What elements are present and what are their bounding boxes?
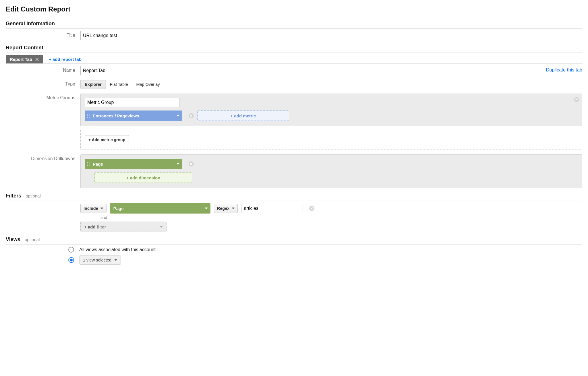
filter-include-label: Include [84, 206, 98, 211]
section-header-views: Views - optional [6, 237, 582, 245]
section-header-general: General Information [6, 21, 582, 29]
filter-and-label: and [100, 215, 582, 220]
views-selected-label: 1 view selected [83, 258, 111, 262]
views-radio-selected[interactable] [68, 257, 74, 263]
metric-pill-label: Entrances / Pageviews [91, 113, 175, 118]
dimension-drilldowns-label: Dimension Drilldowns [6, 154, 80, 161]
report-tabstrip: Report Tab + add report tab [6, 55, 582, 64]
type-map-overlay[interactable]: Map Overlay [132, 80, 164, 89]
filter-remove-icon[interactable] [309, 206, 314, 211]
metric-group-panel: Entrances / Pageviews + add metric [80, 94, 582, 126]
tab-close-icon[interactable] [35, 57, 39, 61]
chevron-down-icon [177, 115, 179, 117]
section-header-content: Report Content [6, 45, 582, 53]
metric-pill-remove-icon[interactable] [189, 113, 194, 118]
chevron-down-icon [177, 163, 179, 165]
metric-groups-label: Metric Groups [6, 94, 80, 100]
views-radio-all-label: All views associated with this account [79, 247, 156, 252]
name-input[interactable] [80, 66, 221, 75]
section-header-views-text: Views [6, 237, 20, 243]
add-report-tab-link[interactable]: + add report tab [49, 57, 82, 62]
add-metric-group-panel: + Add metric group [80, 130, 582, 150]
filter-dimension-label: Page [113, 206, 203, 211]
filter-match-select[interactable]: Regex [214, 204, 238, 213]
add-filter-slot[interactable]: + add filter [80, 222, 167, 232]
chevron-down-icon [100, 208, 103, 209]
add-dimension-slot[interactable]: + add dimension [94, 173, 192, 183]
add-metric-slot[interactable]: + add metric [197, 111, 289, 121]
section-header-filters-text: Filters [6, 193, 21, 199]
metric-group-remove-icon[interactable] [574, 97, 579, 102]
dimension-pill-label: Page [91, 162, 175, 166]
filter-dimension-pill[interactable]: Page [110, 203, 210, 214]
type-flat-table[interactable]: Flat Table [106, 80, 132, 89]
views-radio-all[interactable] [68, 247, 74, 253]
views-optional-label: - optional [22, 237, 40, 242]
page-title: Edit Custom Report [6, 5, 582, 13]
drag-handle-icon[interactable] [86, 162, 91, 166]
views-selected-dropdown[interactable]: 1 view selected [79, 255, 121, 265]
drag-handle-icon[interactable] [86, 114, 91, 118]
tab-report-label: Report Tab [10, 57, 32, 62]
dimension-pill-page[interactable]: Page [85, 159, 182, 169]
type-label: Type [6, 80, 80, 87]
filter-value-input[interactable] [241, 204, 303, 213]
name-label: Name [6, 66, 80, 73]
filter-match-label: Regex [217, 206, 230, 211]
type-button-group: Explorer Flat Table Map Overlay [80, 80, 164, 89]
chevron-down-icon [160, 226, 163, 228]
dimension-pill-remove-icon[interactable] [189, 161, 194, 166]
filters-spacer [6, 203, 80, 205]
add-filter-word: filter [97, 224, 106, 229]
section-header-filters: Filters - optional [6, 193, 582, 201]
add-filter-prefix: + add [84, 224, 97, 229]
add-metric-group-button[interactable]: + Add metric group [85, 135, 129, 144]
title-label: Title [6, 31, 80, 38]
metric-group-name-input[interactable] [85, 98, 179, 107]
section-header-general-text: General Information [6, 21, 55, 27]
filter-include-select[interactable]: Include [80, 204, 107, 213]
section-header-content-text: Report Content [6, 45, 43, 51]
duplicate-tab-link[interactable]: Duplicate this tab [546, 67, 582, 73]
metric-pill-entrances-pageviews[interactable]: Entrances / Pageviews [85, 111, 182, 121]
chevron-down-icon [205, 208, 208, 209]
type-explorer[interactable]: Explorer [81, 80, 106, 89]
chevron-down-icon [232, 208, 235, 209]
title-input[interactable] [80, 31, 221, 40]
filters-optional-label: - optional [23, 193, 41, 198]
chevron-down-icon [114, 259, 117, 261]
tab-report[interactable]: Report Tab [6, 55, 43, 63]
dimension-panel: Page + add dimension [80, 154, 582, 188]
